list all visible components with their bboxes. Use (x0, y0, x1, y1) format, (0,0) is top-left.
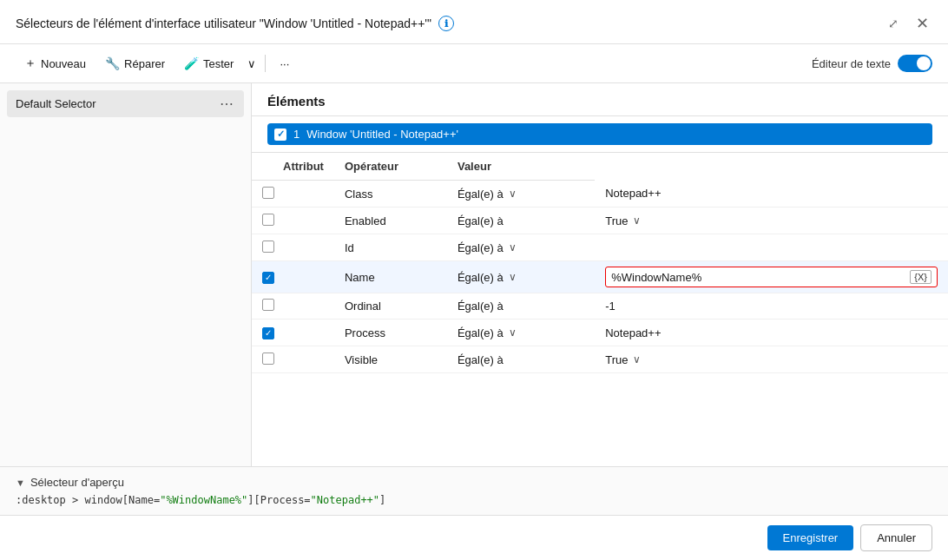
elements-header: Éléments (252, 83, 948, 116)
more-button[interactable]: ··· (271, 53, 298, 75)
row-checkbox-visible[interactable] (262, 352, 274, 365)
attr-name-enabled: Enabled (334, 208, 447, 234)
close-button[interactable]: ✕ (912, 12, 932, 35)
attributes-table: Attribut Opérateur Valeur ClassÉgal(e) à… (252, 153, 948, 466)
operator-dropdown-process[interactable]: ∨ (507, 325, 518, 340)
repair-button[interactable]: 🔧 Réparer (96, 52, 174, 75)
attr-value-class: Notepad++ (595, 181, 948, 208)
value-dropdown-enabled[interactable]: ∨ (631, 213, 642, 228)
table-row: IdÉgal(e) à∨ (252, 234, 948, 261)
attr-value-name: %WindowName%{X} (595, 261, 948, 293)
code-suffix: ] (379, 494, 385, 506)
attr-name-process: Process (334, 320, 447, 346)
col-valeur: Valeur (447, 153, 595, 181)
table-row: OrdinalÉgal(e) à-1 (252, 293, 948, 320)
value-text-class: Notepad++ (605, 187, 661, 200)
chevron-button[interactable]: ∨ (244, 53, 260, 75)
attr-name-visible: Visible (334, 346, 447, 373)
attr-value-visible: True∨ (595, 346, 948, 373)
new-button[interactable]: ＋ Nouveau (16, 51, 95, 76)
preview-section: ▼ Sélecteur d'aperçu :desktop > window[N… (0, 466, 948, 515)
repair-label: Réparer (124, 57, 165, 70)
toolbar-right: Éditeur de texte (812, 55, 932, 72)
wrench-icon: 🔧 (105, 56, 120, 70)
row-checkbox-id[interactable] (262, 240, 274, 253)
attr-name-name: Name (334, 261, 447, 293)
row-checkbox-enabled[interactable] (262, 214, 274, 226)
table-row: ProcessÉgal(e) à∨Notepad++ (252, 320, 948, 346)
title-bar: Sélecteurs de l'élément d'interface util… (0, 0, 948, 44)
new-label: Nouveau (41, 57, 86, 70)
table-header-row: Attribut Opérateur Valeur (252, 153, 948, 181)
table-row: ClassÉgal(e) à∨Notepad++ (252, 181, 948, 208)
code-process-value: "Notepad++" (311, 494, 379, 506)
attr-operator-ordinal: Égal(e) à (447, 293, 595, 320)
code-prefix: :desktop > window[Name= (16, 494, 160, 506)
attr-operator-class: Égal(e) à∨ (447, 181, 595, 208)
value-text-visible: True (605, 353, 628, 366)
selector-more-button[interactable]: ⋯ (218, 96, 235, 112)
test-label: Tester (203, 57, 234, 70)
operator-label-enabled: Égal(e) à (458, 214, 504, 227)
title-bar-right: ⤢ ✕ (885, 12, 932, 35)
attr-operator-name: Égal(e) à∨ (447, 261, 595, 293)
row-checkbox-class[interactable] (262, 187, 274, 199)
element-row[interactable]: ✓ 1 Window 'Untitled - Notepad++' (267, 123, 932, 145)
var-badge[interactable]: {X} (910, 270, 932, 284)
elements-list: ✓ 1 Window 'Untitled - Notepad++' (252, 116, 948, 153)
col-attribut: Attribut (252, 153, 334, 181)
name-value-input[interactable]: %WindowName%{X} (605, 267, 938, 287)
operator-dropdown-id[interactable]: ∨ (507, 240, 518, 255)
attr-tbody: ClassÉgal(e) à∨Notepad++EnabledÉgal(e) à… (252, 181, 948, 373)
selector-label: Default Selector (16, 97, 96, 110)
attr-name-class: Class (334, 181, 447, 208)
value-text-ordinal: -1 (605, 300, 616, 313)
main-content: Default Selector ⋯ Éléments ✓ 1 Window '… (0, 83, 948, 466)
operator-dropdown-name[interactable]: ∨ (507, 269, 518, 285)
name-value-text: %WindowName% (611, 271, 701, 284)
toggle-circle (917, 56, 931, 70)
editor-toggle[interactable] (898, 55, 932, 72)
table-row: VisibleÉgal(e) àTrue∨ (252, 346, 948, 373)
toolbar-divider (265, 55, 266, 72)
table-row: EnabledÉgal(e) àTrue∨ (252, 208, 948, 234)
row-checkbox-process[interactable] (262, 327, 274, 339)
test-button[interactable]: 🧪 Tester (175, 52, 242, 75)
dialog-title: Sélecteurs de l'élément d'interface util… (16, 16, 431, 30)
table-row: NameÉgal(e) à∨%WindowName%{X} (252, 261, 948, 293)
row-checkbox-name[interactable] (262, 272, 274, 284)
attr-value-id (595, 234, 948, 261)
operator-label-id: Égal(e) à (458, 241, 504, 254)
element-checkbox[interactable]: ✓ (274, 128, 286, 141)
col-operateur: Opérateur (334, 153, 447, 181)
operator-label-ordinal: Égal(e) à (458, 300, 504, 313)
operator-label-process: Égal(e) à (458, 326, 504, 339)
operator-dropdown-class[interactable]: ∨ (507, 186, 518, 201)
info-icon[interactable]: ℹ (438, 16, 454, 31)
elements-panel: Éléments ✓ 1 Window 'Untitled - Notepad+… (252, 83, 948, 466)
cancel-button[interactable]: Annuler (860, 524, 932, 551)
attr-value-enabled: True∨ (595, 208, 948, 234)
preview-toggle[interactable]: ▼ Sélecteur d'aperçu (16, 476, 932, 489)
value-text-enabled: True (605, 214, 628, 227)
attr-value-ordinal: -1 (595, 293, 948, 320)
row-checkbox-ordinal[interactable] (262, 299, 274, 311)
element-label: Window 'Untitled - Notepad++' (306, 128, 458, 141)
check-icon: ✓ (277, 128, 285, 140)
preview-code: :desktop > window[Name="%WindowName%"][P… (16, 494, 932, 506)
attr-table: Attribut Opérateur Valeur ClassÉgal(e) à… (252, 153, 948, 373)
save-button[interactable]: Enregistrer (767, 525, 854, 550)
editor-label: Éditeur de texte (812, 57, 891, 70)
value-text-process: Notepad++ (605, 326, 661, 339)
code-name-value: "%WindowName%" (160, 494, 247, 506)
preview-label: Sélecteur d'aperçu (30, 476, 124, 489)
element-index: 1 (293, 128, 300, 141)
collapse-icon: ▼ (16, 478, 25, 488)
attr-operator-visible: Égal(e) à (447, 346, 595, 373)
operator-label-name: Égal(e) à (458, 271, 504, 284)
default-selector-item[interactable]: Default Selector ⋯ (7, 90, 244, 117)
footer: Enregistrer Annuler (0, 515, 948, 560)
value-dropdown-visible[interactable]: ∨ (631, 352, 642, 367)
maximize-button[interactable]: ⤢ (885, 15, 902, 32)
attr-operator-id: Égal(e) à∨ (447, 234, 595, 261)
